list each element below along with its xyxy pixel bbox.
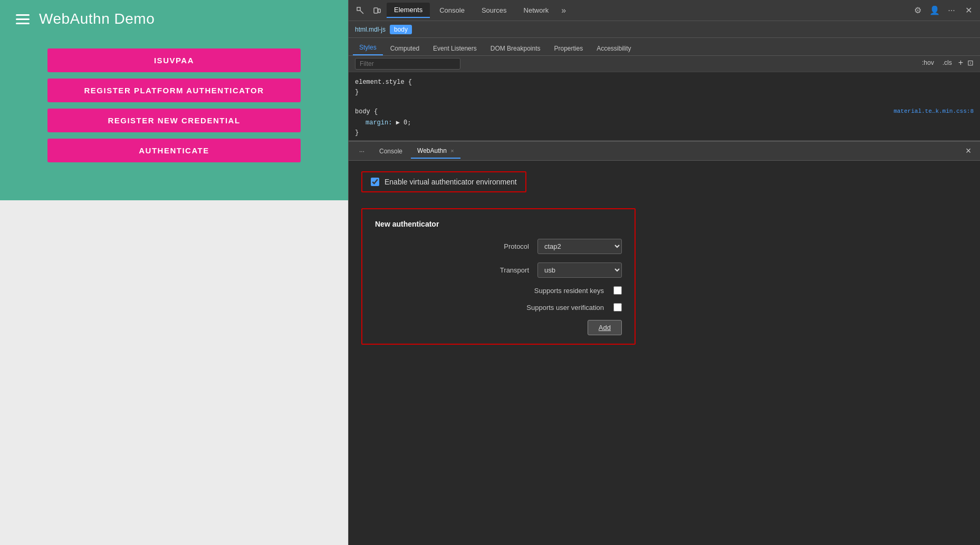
- authenticate-button[interactable]: AUTHENTICATE: [47, 139, 301, 162]
- cls-button[interactable]: .cls: [940, 58, 954, 67]
- user-verification-label: Supports user verification: [498, 304, 604, 312]
- devtools-bottom: ··· Console WebAuthn × × Enable virtual …: [349, 141, 980, 545]
- protocol-select[interactable]: ctap2 u2f: [537, 239, 622, 254]
- device-toggle-icon[interactable]: [370, 3, 385, 18]
- element-breadcrumb: html.mdl-js body: [349, 21, 980, 38]
- subtab-properties[interactable]: Properties: [547, 42, 589, 55]
- devtools-subtabs: Styles Computed Event Listeners DOM Brea…: [349, 38, 980, 56]
- app-content: [0, 200, 348, 545]
- hov-button[interactable]: :hov: [920, 58, 936, 67]
- tab-console[interactable]: Console: [432, 3, 472, 17]
- close-devtools-icon[interactable]: ✕: [961, 3, 976, 18]
- app-title: WebAuthn Demo: [39, 11, 155, 27]
- register-credential-button[interactable]: REGISTER NEW CREDENTIAL: [47, 109, 301, 132]
- left-panel: WebAuthn Demo ISUVPAA REGISTER PLATFORM …: [0, 0, 348, 545]
- add-authenticator-button[interactable]: Add: [588, 320, 622, 335]
- enable-virtual-auth-checkbox[interactable]: [371, 178, 379, 186]
- bottom-tab-dots[interactable]: ···: [353, 144, 371, 158]
- more-options-icon[interactable]: ···: [944, 3, 959, 18]
- profile-icon[interactable]: 👤: [927, 3, 942, 18]
- transport-select[interactable]: usb nfc ble internal: [537, 262, 622, 278]
- new-authenticator-section: New authenticator Protocol ctap2 u2f Tra…: [361, 208, 636, 345]
- transport-label: Transport: [424, 266, 529, 274]
- styles-filter-input[interactable]: [355, 58, 460, 70]
- subtab-dom-breakpoints[interactable]: DOM Breakpoints: [484, 42, 547, 55]
- webauthn-tab-close[interactable]: ×: [450, 148, 454, 154]
- breadcrumb-body[interactable]: body: [390, 25, 412, 34]
- new-auth-title: New authenticator: [375, 220, 622, 228]
- user-verification-row: Supports user verification: [375, 303, 622, 312]
- svg-rect-0: [357, 7, 360, 11]
- tab-network[interactable]: Network: [516, 3, 556, 17]
- bottom-tab-console[interactable]: Console: [373, 144, 409, 158]
- devtools-panel: Elements Console Sources Network » ⚙ 👤 ·…: [348, 0, 980, 545]
- enable-virtual-auth-label: Enable virtual authenticator environment: [385, 178, 517, 186]
- bottom-panel-close[interactable]: ×: [961, 144, 976, 159]
- protocol-row: Protocol ctap2 u2f: [375, 239, 622, 254]
- tab-sources[interactable]: Sources: [474, 3, 514, 17]
- isuvpaa-button[interactable]: ISUVPAA: [47, 48, 301, 72]
- styles-area: element.style { } material.te…k.min.css:…: [349, 72, 980, 141]
- app-header: WebAuthn Demo ISUVPAA REGISTER PLATFORM …: [0, 0, 348, 200]
- protocol-label: Protocol: [424, 242, 529, 250]
- tab-elements[interactable]: Elements: [387, 3, 430, 18]
- subtab-accessibility[interactable]: Accessibility: [590, 42, 637, 55]
- svg-rect-2: [374, 8, 378, 13]
- transport-row: Transport usb nfc ble internal: [375, 262, 622, 278]
- filter-row: :hov .cls + ⊡: [349, 56, 980, 72]
- more-tabs-icon[interactable]: »: [558, 6, 569, 15]
- menu-icon[interactable]: [16, 14, 30, 24]
- add-style-rule-icon[interactable]: +: [958, 58, 963, 67]
- subtab-actions: :hov .cls + ⊡: [920, 58, 974, 70]
- subtab-computed[interactable]: Computed: [384, 42, 426, 55]
- bottom-toolbar: ··· Console WebAuthn × ×: [349, 142, 980, 161]
- enable-section: Enable virtual authenticator environment: [361, 171, 526, 192]
- devtools-toolbar: Elements Console Sources Network » ⚙ 👤 ·…: [349, 0, 980, 21]
- buttons-container: ISUVPAA REGISTER PLATFORM AUTHENTICATOR …: [16, 48, 332, 162]
- resident-keys-checkbox[interactable]: [613, 286, 622, 295]
- element-style-rule: element.style { }: [355, 77, 974, 98]
- register-platform-button[interactable]: REGISTER PLATFORM AUTHENTICATOR: [47, 79, 301, 102]
- user-verification-checkbox[interactable]: [613, 303, 622, 312]
- bottom-tab-webauthn[interactable]: WebAuthn ×: [411, 144, 460, 159]
- resident-keys-row: Supports resident keys: [375, 286, 622, 295]
- inspect-icon[interactable]: [353, 3, 368, 18]
- resident-keys-label: Supports resident keys: [498, 287, 604, 295]
- svg-rect-3: [378, 9, 380, 13]
- body-style-rule: material.te…k.min.css:8 body { margin: ▶…: [355, 107, 974, 138]
- header-top: WebAuthn Demo: [16, 11, 332, 27]
- settings-icon[interactable]: ⚙: [910, 3, 925, 18]
- subtab-styles[interactable]: Styles: [353, 41, 383, 55]
- svg-line-1: [360, 11, 363, 14]
- breadcrumb-html[interactable]: html.mdl-js: [355, 26, 386, 33]
- webauthn-content: Enable virtual authenticator environment…: [349, 161, 980, 545]
- subtab-event-listeners[interactable]: Event Listeners: [427, 42, 483, 55]
- toggle-pane-icon[interactable]: ⊡: [967, 59, 974, 67]
